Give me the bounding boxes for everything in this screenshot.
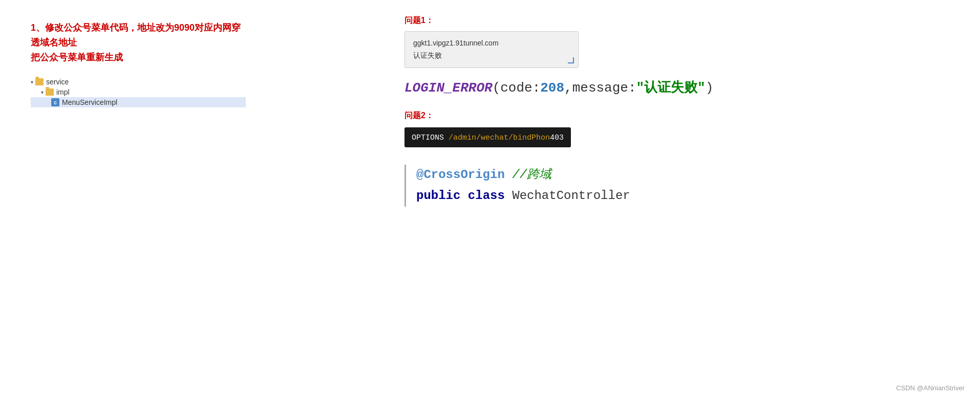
instruction-text: 1、修改公众号菜单代码，地址改为9090对应内网穿透域名地址 把公众号菜单重新生… [31,20,246,64]
file-tree: ▾ service ▾ impl c MenuServiceImpl [31,77,246,107]
collapse-arrow: ▾ [31,79,33,85]
browser-url: ggkt1.vipgz1.91tunnel.com [413,39,570,47]
login-error-keyword: LOGIN_ERROR [404,80,493,96]
login-error-message-value: "认证失败" [636,78,706,96]
collapse-arrow-impl: ▾ [41,90,44,95]
code-class-name: WechatController [505,189,630,203]
class-label: MenuServiceImpl [62,98,117,106]
code-block: @CrossOrigin //跨域 public class WechatCon… [404,165,947,207]
code-line-annotation: @CrossOrigin //跨域 [416,165,947,186]
login-error-open-paren: ( [493,80,501,96]
right-section: 问题1： ggkt1.vipgz1.91tunnel.com 认证失败 LOGI… [404,15,947,207]
terminal-path: /admin/wechat/bindPhon [444,134,550,142]
impl-label: impl [56,88,70,96]
terminal-text: OPTIONS /admin/wechat/bindPhon403 [412,134,564,142]
browser-error-text: 认证失败 [413,51,570,60]
login-error-code-number: 208 [540,80,564,96]
terminal-status: 403 [550,134,564,142]
service-label: service [46,78,69,86]
code-public-keyword: public [416,189,460,203]
footer-credit: CSDN @ANnianStriver [896,384,965,392]
code-class-keyword2: class [468,189,505,203]
terminal-method: OPTIONS [412,134,444,142]
left-section: 1、修改公众号菜单代码，地址改为9090对应内网穿透域名地址 把公众号菜单重新生… [31,20,246,107]
tree-impl-item[interactable]: ▾ impl [31,87,246,97]
browser-corner-decoration [568,57,574,63]
browser-box: ggkt1.vipgz1.91tunnel.com 认证失败 [404,31,579,68]
login-error-line: LOGIN_ERROR ( code: 208 , message: "认证失败… [404,78,947,96]
code-comment: //跨域 [505,168,551,182]
login-error-comma: , [564,80,572,96]
problem1-label: 问题1： [404,15,947,26]
terminal-box: OPTIONS /admin/wechat/bindPhon403 [404,127,571,147]
login-error-close: ) [706,80,714,96]
folder-icon-impl [46,88,54,96]
tree-class-item[interactable]: c MenuServiceImpl [31,97,246,107]
code-line-class: public class WechatController [416,186,947,207]
folder-icon [35,78,44,85]
problem2-label: 问题2： [404,110,947,121]
code-cross-origin: @CrossOrigin [416,168,505,182]
login-error-code-text: code: [500,80,540,96]
tree-service-item[interactable]: ▾ service [31,77,246,87]
class-icon: c [51,98,59,106]
login-error-message-text: message: [572,80,636,96]
